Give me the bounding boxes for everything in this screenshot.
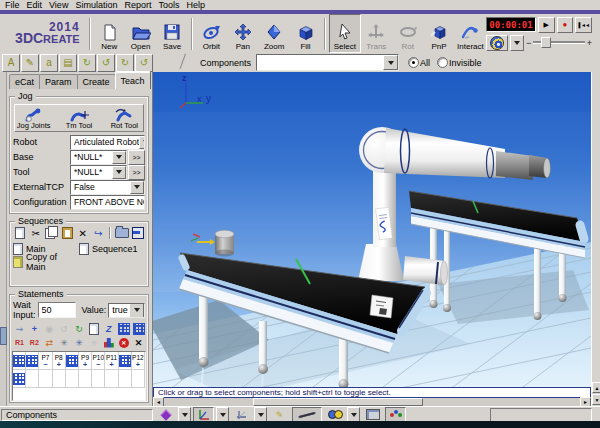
tm-tool-button[interactable]: Tm Tool: [60, 107, 97, 130]
jog-statement-icon[interactable]: ⇝: [12, 322, 27, 335]
grid-statement-icon[interactable]: [116, 322, 131, 335]
open-sequence-button[interactable]: [115, 226, 129, 240]
origin-mode-button[interactable]: [155, 407, 176, 422]
externaltcp-dropdown[interactable]: False: [70, 180, 145, 195]
tab-teach[interactable]: Teach: [115, 71, 151, 89]
orbit-button[interactable]: Orbit: [196, 14, 227, 53]
sequence-item-sequence1[interactable]: Sequence1: [79, 243, 145, 255]
horizontal-scrollbar[interactable]: ◄ ►: [153, 398, 591, 406]
grid-statement-icon[interactable]: [131, 322, 146, 335]
radio-invisible[interactable]: [437, 57, 448, 68]
gear-statement-icon[interactable]: ✳: [57, 336, 72, 349]
3d-viewport[interactable]: z x y Click or drag to select components…: [153, 72, 591, 398]
measure-line-button[interactable]: [292, 407, 322, 422]
view-filter-button[interactable]: [324, 407, 345, 422]
scrollbar-thumb[interactable]: [0, 327, 7, 345]
open-button[interactable]: Open: [125, 14, 156, 53]
statement-cell[interactable]: [39, 370, 52, 388]
wait-input-field[interactable]: [38, 302, 76, 318]
cylinder-part[interactable]: [215, 230, 234, 256]
speed-slider[interactable]: − +: [526, 38, 592, 48]
copy-button[interactable]: [44, 226, 58, 240]
circular-arrow-icon[interactable]: ↻: [116, 54, 134, 72]
origin-mode-dropdown[interactable]: [178, 407, 191, 422]
zoom-button[interactable]: Zoom: [258, 14, 289, 53]
slider-plus[interactable]: +: [587, 38, 592, 48]
delay-statement-icon[interactable]: ↻: [72, 322, 87, 335]
statement-cell-p10[interactable]: P10~: [92, 352, 105, 370]
statement-cell[interactable]: [13, 352, 26, 370]
disabled-statement-icon[interactable]: ◉: [42, 322, 57, 335]
box-part[interactable]: [370, 295, 393, 318]
statement-cell[interactable]: [26, 370, 39, 388]
sync-statement-icon[interactable]: ⇄: [42, 336, 57, 349]
circular-arrow-icon[interactable]: ↻: [78, 54, 96, 72]
tool-more-button[interactable]: >>: [128, 165, 145, 180]
statement-cell[interactable]: [119, 352, 132, 370]
value-dropdown[interactable]: true: [108, 303, 145, 318]
disabled-rotate-icon[interactable]: ↺: [57, 322, 72, 335]
rename-button[interactable]: ↪: [92, 226, 106, 240]
text-a-icon[interactable]: A: [2, 54, 20, 72]
circular-arrow-icon[interactable]: ↺: [135, 54, 153, 72]
object-coordinates-dropdown[interactable]: [254, 407, 267, 422]
slider-minus[interactable]: −: [526, 38, 531, 48]
sequence-item-copy-of-main[interactable]: Copy of Main: [13, 256, 79, 268]
text-a-small-icon[interactable]: a: [40, 54, 58, 72]
record-button[interactable]: ●: [557, 17, 574, 33]
new-sequence-button[interactable]: [13, 226, 27, 240]
slider-thumb[interactable]: [541, 37, 551, 48]
wait-statement-icon[interactable]: Z: [101, 322, 116, 335]
scroll-up-arrow[interactable]: ▲: [592, 382, 600, 393]
pencil-icon[interactable]: ✎: [21, 54, 39, 72]
world-coordinates-button[interactable]: [193, 407, 214, 422]
simulation-mode-dropdown[interactable]: [510, 35, 524, 51]
statement-cell-p7[interactable]: P7~: [39, 352, 52, 370]
r2-statement-icon[interactable]: R2: [27, 336, 42, 349]
pnp-button[interactable]: PnP: [423, 14, 454, 53]
statement-cell[interactable]: [105, 370, 118, 388]
new-button[interactable]: New: [94, 14, 125, 53]
statement-cell[interactable]: [13, 370, 26, 388]
tab-create[interactable]: Create: [77, 74, 116, 89]
pan-button[interactable]: Pan: [227, 14, 258, 53]
base-dropdown[interactable]: *NULL*: [70, 150, 127, 165]
configuration-dropdown[interactable]: FRONT ABOVE NOFLI: [70, 195, 145, 210]
menu-report[interactable]: Report: [124, 0, 158, 10]
statement-cell-p12[interactable]: P12+: [132, 352, 145, 370]
statement-cell-p8[interactable]: P8+: [53, 352, 66, 370]
tool-dropdown[interactable]: *NULL*: [70, 165, 127, 180]
translate-button[interactable]: Trans: [361, 14, 392, 53]
point-statement-icon[interactable]: +: [27, 322, 42, 335]
radio-all[interactable]: [408, 57, 419, 68]
play-button[interactable]: ▶: [538, 17, 555, 33]
render-mode-button[interactable]: [362, 407, 383, 422]
statement-cell[interactable]: [119, 370, 132, 388]
menu-view[interactable]: View: [49, 0, 75, 10]
tab-ecat[interactable]: eCat: [9, 74, 40, 89]
statement-cell[interactable]: [132, 370, 145, 388]
jog-joints-button[interactable]: Jog Joints: [15, 107, 52, 130]
rotate-button[interactable]: Rot: [392, 14, 423, 53]
delete-statement-icon[interactable]: ✕: [131, 336, 146, 349]
r1-statement-icon[interactable]: R1: [12, 336, 27, 349]
fill-button[interactable]: Fill: [290, 14, 321, 53]
statement-cell[interactable]: [79, 370, 92, 388]
comment-statement-icon[interactable]: [86, 322, 101, 335]
scrollbar-thumb[interactable]: [253, 398, 423, 406]
statement-cell[interactable]: [53, 370, 66, 388]
gear-plus-statement-icon[interactable]: ✳: [72, 336, 87, 349]
statement-cell[interactable]: [92, 370, 105, 388]
menu-file[interactable]: File: [5, 0, 27, 10]
reset-button[interactable]: ▌◄◄: [575, 17, 592, 33]
snap-button[interactable]: ✎: [269, 407, 290, 422]
collision-detection-button[interactable]: [385, 407, 406, 422]
circular-arrow-icon[interactable]: ↺: [97, 54, 115, 72]
statement-cell[interactable]: [66, 370, 79, 388]
3d-scene[interactable]: z x y: [153, 72, 591, 398]
statement-cell-p9[interactable]: P9+: [79, 352, 92, 370]
components-panel-header[interactable]: Components: [1, 409, 153, 421]
sidebar-scrollbar[interactable]: [0, 72, 7, 406]
menu-tools[interactable]: Tools: [158, 0, 186, 10]
object-coordinates-button[interactable]: [231, 407, 252, 422]
